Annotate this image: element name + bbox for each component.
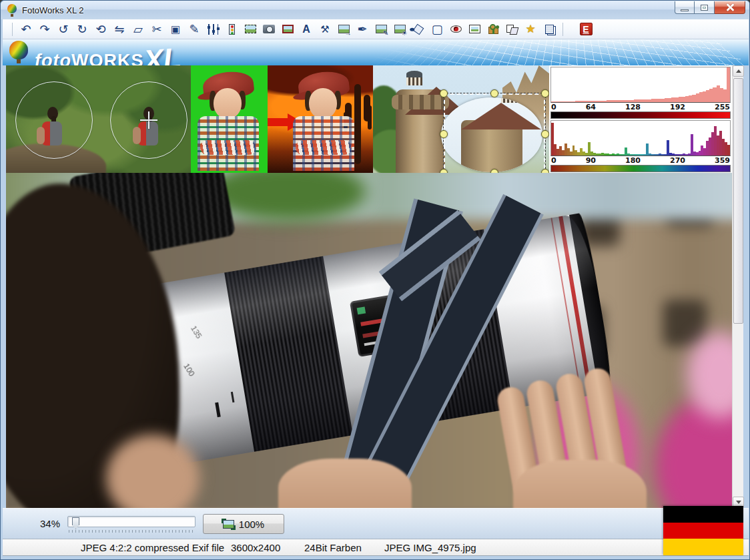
zoom-slider-thumb[interactable] bbox=[72, 517, 79, 529]
logo-balloon-icon bbox=[9, 41, 29, 63]
favorites-icon[interactable]: ★ bbox=[521, 21, 540, 37]
lighting-icon[interactable]: ☀ bbox=[390, 21, 409, 37]
arrow-shaft bbox=[268, 118, 289, 126]
scroll-up-button[interactable] bbox=[733, 65, 744, 77]
zoom-level-label: 34% bbox=[29, 518, 60, 529]
batch-icon[interactable] bbox=[540, 21, 558, 37]
close-icon bbox=[725, 3, 735, 11]
text-tool-icon[interactable]: A bbox=[297, 21, 316, 37]
cut-icon[interactable]: ✂ bbox=[147, 21, 166, 37]
draw-tools-icon[interactable]: ⚒ bbox=[316, 21, 334, 37]
retouch-pen-icon[interactable]: ✎ bbox=[185, 21, 204, 37]
boy-crossed-arms bbox=[200, 140, 256, 155]
pen-tool-icon[interactable]: ✒ bbox=[353, 21, 372, 37]
clone-brush-icon[interactable]: ✎ bbox=[372, 21, 390, 37]
luminance-histogram-panel: 0 64 128 192 255 bbox=[550, 67, 731, 120]
perspective-icon[interactable]: ▱ bbox=[129, 21, 147, 37]
boy-face bbox=[214, 88, 242, 119]
fill-color-icon[interactable] bbox=[409, 21, 428, 37]
status-color-depth: 24Bit Farben bbox=[304, 542, 362, 553]
vertical-scrollbar[interactable] bbox=[732, 65, 743, 508]
window-bottom-border bbox=[1, 556, 750, 560]
zoom-bar: 34% 100% bbox=[3, 508, 749, 539]
minimize-button[interactable] bbox=[675, 1, 695, 14]
luminance-histogram bbox=[550, 67, 731, 103]
crosshair-icon bbox=[140, 111, 157, 129]
red-eye-icon[interactable] bbox=[446, 21, 465, 37]
thumbnail-greenscreen-example[interactable] bbox=[191, 65, 268, 173]
camera-icon[interactable] bbox=[260, 21, 278, 37]
exif-chip: E bbox=[580, 23, 593, 35]
tick-label: 255 bbox=[715, 103, 730, 111]
tick-label: 180 bbox=[625, 156, 641, 165]
cupola-columns bbox=[406, 77, 422, 85]
crop-icon[interactable]: ▣ bbox=[166, 21, 185, 37]
button-frame-icon[interactable]: ▢ bbox=[428, 21, 446, 37]
boy-figure bbox=[194, 71, 263, 171]
rotate-left-90-icon[interactable]: ↶ bbox=[17, 21, 35, 37]
app-balloon-icon bbox=[7, 4, 18, 17]
german-flag[interactable] bbox=[663, 506, 743, 555]
thumbnail-composite-example[interactable] bbox=[268, 65, 373, 173]
photo-border-icon[interactable] bbox=[278, 21, 297, 37]
thumbnail-selection-example[interactable] bbox=[373, 65, 549, 173]
exif-editor-icon[interactable]: E bbox=[577, 21, 595, 37]
window-title: FotoWorks XL 2 bbox=[22, 5, 83, 15]
tick-label: 0 bbox=[551, 103, 556, 111]
rotate-cw-icon[interactable]: ↻ bbox=[73, 21, 91, 37]
select-area-icon[interactable] bbox=[241, 21, 260, 37]
framed-photo-icon[interactable] bbox=[465, 21, 484, 37]
boy-face bbox=[309, 88, 337, 119]
rotate-ccw-icon[interactable]: ↺ bbox=[54, 21, 73, 37]
color-balance-icon[interactable] bbox=[222, 21, 241, 37]
zoom-slider[interactable] bbox=[67, 516, 196, 527]
selection-handle-w[interactable] bbox=[440, 130, 448, 138]
thumbnail-vignette-example[interactable] bbox=[6, 65, 191, 173]
shapes-icon[interactable] bbox=[502, 21, 521, 37]
rotate-right-90-icon[interactable]: ↷ bbox=[35, 21, 54, 37]
gift-icon[interactable] bbox=[484, 21, 502, 37]
balloon-shape bbox=[9, 41, 28, 59]
main-image-canvas[interactable]: 100 135 bbox=[6, 173, 732, 508]
title-bar[interactable]: FotoWorks XL 2 bbox=[1, 1, 750, 19]
luminance-ticks: 0 64 128 192 255 bbox=[550, 103, 731, 111]
selection-handle-e[interactable] bbox=[541, 130, 549, 138]
scrollbar-thumb[interactable] bbox=[733, 78, 743, 324]
selection-marquee[interactable] bbox=[444, 93, 545, 173]
rotate-angle-icon[interactable]: ⟲ bbox=[91, 21, 110, 37]
hue-histogram-panel: 0 90 180 270 359 bbox=[550, 120, 731, 174]
maximize-icon bbox=[701, 5, 708, 11]
close-button[interactable] bbox=[715, 1, 745, 14]
luminance-gradient-bar bbox=[550, 111, 731, 119]
hue-ticks: 0 90 180 270 359 bbox=[550, 156, 731, 165]
brand-banner: fotoWORKSXL bbox=[3, 39, 749, 65]
scroll-down-icon bbox=[736, 501, 741, 504]
shapes-art bbox=[506, 25, 517, 34]
adjust-sliders-icon[interactable] bbox=[204, 21, 222, 37]
example-strip: 0 64 128 192 255 0 90 180 270 359 bbox=[6, 65, 732, 173]
toolbar: ↶ ↷ ↺ ↻ ⟲ ⇋ ▱ ✂ ▣ ✎ A ⚒ → ✒ ✎ ☀ ▢ ★ E bbox=[3, 19, 749, 39]
tick-label: 90 bbox=[586, 156, 596, 165]
toolbar-separator bbox=[12, 23, 13, 36]
tower-battlement bbox=[392, 95, 449, 109]
zoom-100-label: 100% bbox=[239, 519, 264, 530]
selection-handle-ne[interactable] bbox=[541, 89, 549, 97]
hiker-backpack bbox=[42, 121, 62, 146]
status-file-format: JPEG 4:2:2 compressed Exif file bbox=[81, 542, 224, 553]
selection-handle-nw[interactable] bbox=[440, 89, 448, 97]
photo-chip-art bbox=[469, 25, 480, 33]
photo-chip-art: → bbox=[338, 25, 350, 33]
flip-mirror-icon[interactable]: ⇋ bbox=[110, 21, 129, 37]
traffic-light-art bbox=[229, 24, 235, 35]
tower-cupola bbox=[405, 72, 424, 88]
status-filename: JPEG IMG_4975.jpg bbox=[384, 542, 476, 553]
red-eye-art bbox=[450, 25, 462, 33]
flag-stripe-black bbox=[663, 506, 743, 523]
zoom-100-button[interactable]: 100% bbox=[203, 514, 284, 534]
insert-image-icon[interactable]: → bbox=[334, 21, 353, 37]
maximize-button[interactable] bbox=[695, 1, 715, 14]
boy-crossed-arms bbox=[296, 140, 352, 155]
cupola-dome bbox=[406, 71, 422, 77]
selection-handle-n[interactable] bbox=[490, 89, 498, 97]
minimize-icon bbox=[681, 9, 689, 11]
